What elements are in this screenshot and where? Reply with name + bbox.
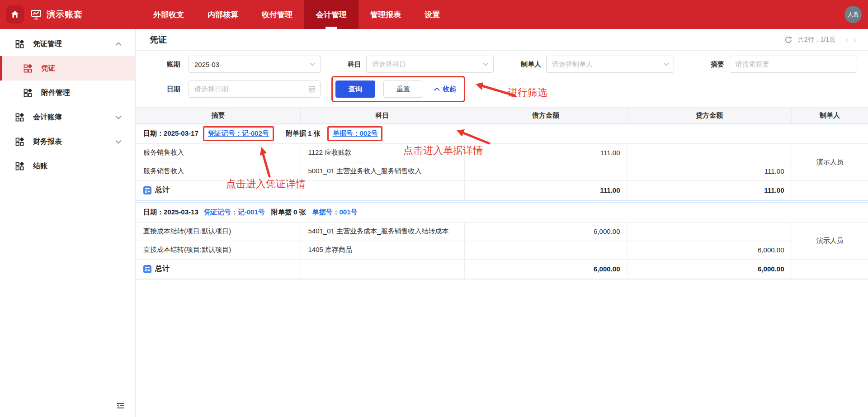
- bill-number-link[interactable]: 单据号：001号: [312, 208, 357, 217]
- nav-item-external[interactable]: 外部收支: [142, 0, 196, 29]
- column-header-debit: 借方金额: [464, 108, 627, 123]
- sidebar-item-closing[interactable]: 结账: [0, 154, 135, 178]
- sidebar-item-label: 结账: [33, 161, 47, 171]
- cell-summary: 直接成本结转(项目:默认项目): [136, 241, 301, 259]
- home-icon: [10, 10, 19, 19]
- sidebar: 凭证管理 凭证 附件管理 会计账簿 财务报表 结账: [0, 29, 136, 417]
- date-picker-input[interactable]: 请选择日期: [189, 81, 321, 98]
- grid-icon: [15, 113, 24, 122]
- grid-icon: [15, 40, 24, 48]
- cell-debit: 6,000.00: [464, 222, 627, 241]
- cell-credit: 111.00: [627, 162, 792, 180]
- table-row: 服务销售收入 5001_01 主营业务收入_服务销售收入 111.00: [136, 162, 868, 180]
- brand: 演示账套: [30, 9, 83, 20]
- sidebar-item-label: 凭证管理: [33, 39, 62, 49]
- bill-number-link[interactable]: 单据号：002号: [332, 129, 377, 138]
- query-button[interactable]: 查询: [335, 81, 375, 98]
- voucher-number-link[interactable]: 凭证记号：记-001号: [204, 208, 265, 217]
- total-label: 总计: [155, 264, 170, 274]
- chevron-down-icon: [483, 62, 489, 66]
- filter-panel: 账期 2025-03 科目 请选择科目 制单人 请选择制单人 摘要 请搜索摘要 …: [136, 51, 868, 107]
- preparer-select[interactable]: 请选择制单人: [546, 56, 674, 73]
- table-row: 直接成本结转(项目:默认项目) 1405 库存商品 6,000.00: [136, 241, 868, 259]
- cell-subject: 5001_01 主营业务收入_服务销售收入: [301, 162, 464, 180]
- sidebar-item-label: 凭证: [41, 64, 56, 73]
- total-icon: [143, 186, 151, 194]
- summary-placeholder: 请搜索摘要: [736, 60, 769, 69]
- summary-search-input[interactable]: 请搜索摘要: [730, 56, 857, 73]
- preparer-placeholder: 请选择制单人: [552, 60, 593, 69]
- group-total-row: 总计 6,000.00 6,000.00: [136, 259, 868, 279]
- chevron-down-icon: [663, 62, 669, 66]
- grid-icon: [15, 162, 24, 171]
- collapse-filters-link[interactable]: 收起: [434, 85, 456, 94]
- calendar-icon: [308, 85, 316, 93]
- nav-item-accounting[interactable]: 会计管理: [304, 0, 359, 29]
- collapse-sidebar-button[interactable]: [114, 399, 127, 412]
- group-date: 日期：2025-03-13: [143, 208, 198, 217]
- presentation-icon: [30, 9, 42, 20]
- total-label: 总计: [155, 185, 170, 195]
- cell-credit: [627, 143, 792, 162]
- brand-name: 演示账套: [47, 9, 83, 20]
- grid-icon: [24, 89, 32, 97]
- sidebar-item-financial-reports[interactable]: 财务报表: [0, 129, 135, 154]
- annotation-box-bill-link: 单据号：002号: [327, 126, 382, 141]
- sidebar-item-label: 会计账簿: [33, 113, 62, 122]
- pagination: 共2行，1/1页 ‹ ›: [784, 29, 859, 51]
- home-button[interactable]: [6, 5, 24, 24]
- pagination-text: 共2行，1/1页: [798, 36, 835, 44]
- page-header: 凭证 共2行，1/1页 ‹ ›: [136, 29, 868, 51]
- nav-item-settings[interactable]: 设置: [413, 0, 452, 29]
- column-header-summary: 摘要: [136, 108, 301, 123]
- sidebar-item-ledgers[interactable]: 会计账簿: [0, 105, 135, 129]
- table-row: 直接成本结转(项目:默认项目) 5401_01 主营业务成本_服务销售收入结转成…: [136, 222, 868, 241]
- sidebar-item-voucher[interactable]: 凭证: [0, 56, 135, 81]
- group-header-row: 日期：2025-03-17 凭证记号：记-002号 附单据 1 张 单据号：00…: [136, 124, 868, 143]
- account-period-value: 2025-03: [194, 61, 219, 68]
- chevron-up-icon: [115, 42, 122, 46]
- menu-fold-icon: [116, 401, 126, 411]
- cell-subject: 5401_01 主营业务成本_服务销售收入结转成本: [301, 222, 464, 241]
- next-page-icon[interactable]: ›: [851, 35, 859, 45]
- group-date: 日期：2025-03-17: [143, 129, 198, 138]
- grid-icon: [24, 64, 32, 73]
- voucher-group: 日期：2025-03-17 凭证记号：记-002号 附单据 1 张 单据号：00…: [136, 123, 868, 201]
- cell-summary: 服务销售收入: [136, 162, 301, 180]
- column-header-subject: 科目: [301, 108, 464, 123]
- nav-item-reports[interactable]: 管理报表: [359, 0, 413, 29]
- sidebar-item-voucher-management[interactable]: 凭证管理: [0, 32, 135, 56]
- preparer-label: 制单人: [494, 60, 541, 69]
- top-bar: 演示账套 外部收支 内部核算 收付管理 会计管理 管理报表 设置 人员: [0, 0, 868, 29]
- cell-subject: 1122 应收账款: [301, 143, 464, 162]
- cell-debit: 111.00: [464, 143, 627, 162]
- nav-item-payments[interactable]: 收付管理: [250, 0, 304, 29]
- cell-debit: [464, 162, 627, 180]
- account-period-select[interactable]: 2025-03: [189, 56, 321, 73]
- prev-page-icon[interactable]: ‹: [843, 35, 851, 45]
- group-header-row: 日期：2025-03-13 凭证记号：记-001号 附单据 0 张 单据号：00…: [136, 203, 868, 222]
- chevron-down-icon: [115, 140, 122, 144]
- chevron-down-icon: [310, 62, 316, 66]
- main-content: 凭证 共2行，1/1页 ‹ › 账期 2025-03 科目 请选择科目 制单人: [136, 29, 868, 417]
- cell-credit: 6,000.00: [627, 241, 792, 259]
- attachment-count: 附单据 0 张: [271, 208, 306, 217]
- total-debit: 6,000.00: [464, 259, 627, 279]
- table-header-row: 摘要 科目 借方金额 贷方金额 制单人: [136, 107, 868, 123]
- avatar[interactable]: 人员: [844, 6, 862, 23]
- sidebar-item-attachments[interactable]: 附件管理: [0, 81, 135, 105]
- summary-label: 摘要: [674, 60, 724, 69]
- sidebar-item-label: 附件管理: [41, 88, 70, 98]
- subject-placeholder: 请选择科目: [372, 60, 406, 69]
- group-total-row: 总计 111.00 111.00: [136, 180, 868, 200]
- reset-button[interactable]: 重置: [383, 81, 423, 98]
- cell-debit: [464, 241, 627, 259]
- refresh-icon[interactable]: [784, 36, 793, 44]
- page-title: 凭证: [150, 34, 167, 46]
- attachment-count: 附单据 1 张: [286, 129, 321, 138]
- table-row: 服务销售收入 1122 应收账款 111.00 演示人员: [136, 143, 868, 162]
- voucher-number-link[interactable]: 凭证记号：记-002号: [208, 129, 269, 138]
- nav-item-internal[interactable]: 内部核算: [196, 0, 250, 29]
- subject-select[interactable]: 请选择科目: [366, 56, 494, 73]
- total-icon: [143, 265, 151, 273]
